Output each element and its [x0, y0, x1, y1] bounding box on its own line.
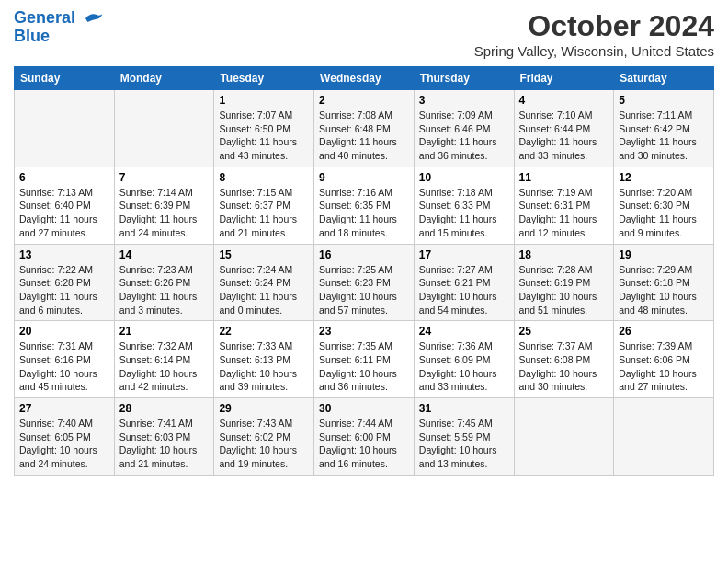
day-number: 27 [19, 402, 109, 415]
day-info: Sunrise: 7:37 AM Sunset: 6:08 PM Dayligh… [519, 339, 609, 394]
day-number: 19 [619, 248, 709, 261]
location: Spring Valley, Wisconsin, United States [474, 43, 714, 59]
day-info: Sunrise: 7:20 AM Sunset: 6:30 PM Dayligh… [619, 186, 709, 240]
calendar-day-cell: 6Sunrise: 7:13 AM Sunset: 6:40 PM Daylig… [15, 167, 115, 244]
day-number: 3 [419, 94, 509, 107]
calendar-day-cell: 13Sunrise: 7:22 AM Sunset: 6:28 PM Dayli… [15, 244, 115, 321]
calendar-day-cell: 5Sunrise: 7:11 AM Sunset: 6:42 PM Daylig… [614, 90, 714, 167]
day-number: 6 [19, 171, 109, 184]
day-info: Sunrise: 7:15 AM Sunset: 6:37 PM Dayligh… [219, 186, 309, 240]
day-number: 21 [119, 325, 210, 338]
day-number: 5 [619, 94, 709, 107]
calendar-day-cell: 3Sunrise: 7:09 AM Sunset: 6:46 PM Daylig… [414, 90, 514, 167]
day-number: 23 [319, 325, 409, 338]
calendar-day-cell: 15Sunrise: 7:24 AM Sunset: 6:24 PM Dayli… [214, 244, 314, 321]
day-number: 4 [519, 94, 609, 107]
calendar-day-cell: 29Sunrise: 7:43 AM Sunset: 6:02 PM Dayli… [214, 398, 314, 476]
day-number: 14 [119, 248, 210, 261]
day-info: Sunrise: 7:33 AM Sunset: 6:13 PM Dayligh… [219, 339, 309, 394]
calendar-day-cell: 24Sunrise: 7:36 AM Sunset: 6:09 PM Dayli… [414, 321, 514, 398]
logo-blue: Blue [14, 27, 50, 45]
weekday-header-cell: Friday [514, 67, 614, 90]
day-number: 28 [119, 402, 210, 415]
day-info: Sunrise: 7:35 AM Sunset: 6:11 PM Dayligh… [319, 339, 409, 394]
day-info: Sunrise: 7:43 AM Sunset: 6:02 PM Dayligh… [219, 417, 309, 471]
day-info: Sunrise: 7:09 AM Sunset: 6:46 PM Dayligh… [419, 109, 509, 163]
day-number: 16 [319, 248, 409, 261]
day-info: Sunrise: 7:40 AM Sunset: 6:05 PM Dayligh… [19, 417, 109, 471]
calendar-week-row: 20Sunrise: 7:31 AM Sunset: 6:16 PM Dayli… [15, 321, 714, 398]
day-info: Sunrise: 7:32 AM Sunset: 6:14 PM Dayligh… [119, 339, 210, 394]
calendar-week-row: 27Sunrise: 7:40 AM Sunset: 6:05 PM Dayli… [15, 398, 714, 476]
calendar-day-cell: 2Sunrise: 7:08 AM Sunset: 6:48 PM Daylig… [314, 90, 415, 167]
weekday-header-cell: Saturday [614, 67, 714, 90]
calendar-day-cell [15, 90, 115, 167]
title-block: October 2024 Spring Valley, Wisconsin, U… [474, 9, 714, 59]
calendar-day-cell: 22Sunrise: 7:33 AM Sunset: 6:13 PM Dayli… [214, 321, 314, 398]
day-info: Sunrise: 7:22 AM Sunset: 6:28 PM Dayligh… [19, 263, 109, 317]
calendar-day-cell: 26Sunrise: 7:39 AM Sunset: 6:06 PM Dayli… [614, 321, 714, 398]
day-info: Sunrise: 7:41 AM Sunset: 6:03 PM Dayligh… [119, 417, 210, 471]
day-info: Sunrise: 7:14 AM Sunset: 6:39 PM Dayligh… [119, 186, 210, 240]
calendar-day-cell: 25Sunrise: 7:37 AM Sunset: 6:08 PM Dayli… [514, 321, 614, 398]
calendar-day-cell: 28Sunrise: 7:41 AM Sunset: 6:03 PM Dayli… [114, 398, 214, 476]
calendar-day-cell [514, 398, 614, 476]
day-number: 2 [319, 94, 409, 107]
calendar-day-cell: 12Sunrise: 7:20 AM Sunset: 6:30 PM Dayli… [614, 167, 714, 244]
calendar-day-cell: 16Sunrise: 7:25 AM Sunset: 6:23 PM Dayli… [314, 244, 415, 321]
calendar-day-cell: 7Sunrise: 7:14 AM Sunset: 6:39 PM Daylig… [114, 167, 214, 244]
day-number: 9 [319, 171, 409, 184]
day-number: 26 [619, 325, 709, 338]
day-number: 1 [219, 94, 309, 107]
calendar-day-cell: 1Sunrise: 7:07 AM Sunset: 6:50 PM Daylig… [214, 90, 314, 167]
day-number: 11 [519, 171, 609, 184]
calendar-day-cell: 11Sunrise: 7:19 AM Sunset: 6:31 PM Dayli… [514, 167, 614, 244]
day-info: Sunrise: 7:29 AM Sunset: 6:18 PM Dayligh… [619, 263, 709, 317]
day-info: Sunrise: 7:23 AM Sunset: 6:26 PM Dayligh… [119, 263, 210, 317]
calendar-day-cell: 10Sunrise: 7:18 AM Sunset: 6:33 PM Dayli… [414, 167, 514, 244]
day-number: 15 [219, 248, 309, 261]
day-number: 10 [419, 171, 509, 184]
day-info: Sunrise: 7:31 AM Sunset: 6:16 PM Dayligh… [19, 339, 109, 394]
day-number: 12 [619, 171, 709, 184]
day-number: 24 [419, 325, 509, 338]
day-info: Sunrise: 7:11 AM Sunset: 6:42 PM Dayligh… [619, 109, 709, 163]
weekday-header-cell: Tuesday [214, 67, 314, 90]
day-number: 8 [219, 171, 309, 184]
calendar-day-cell: 17Sunrise: 7:27 AM Sunset: 6:21 PM Dayli… [414, 244, 514, 321]
calendar-day-cell [614, 398, 714, 476]
calendar-day-cell: 8Sunrise: 7:15 AM Sunset: 6:37 PM Daylig… [214, 167, 314, 244]
day-info: Sunrise: 7:28 AM Sunset: 6:19 PM Dayligh… [519, 263, 609, 317]
calendar-day-cell: 9Sunrise: 7:16 AM Sunset: 6:35 PM Daylig… [314, 167, 415, 244]
day-number: 31 [419, 402, 509, 415]
month-title: October 2024 [474, 9, 714, 43]
weekday-header-cell: Thursday [414, 67, 514, 90]
calendar-day-cell [114, 90, 214, 167]
day-info: Sunrise: 7:45 AM Sunset: 5:59 PM Dayligh… [419, 417, 509, 471]
weekday-header-row: SundayMondayTuesdayWednesdayThursdayFrid… [15, 67, 714, 90]
day-number: 25 [519, 325, 609, 338]
day-number: 30 [319, 402, 409, 415]
day-number: 22 [219, 325, 309, 338]
calendar-day-cell: 20Sunrise: 7:31 AM Sunset: 6:16 PM Dayli… [15, 321, 115, 398]
day-info: Sunrise: 7:44 AM Sunset: 6:00 PM Dayligh… [319, 417, 409, 471]
calendar-day-cell: 31Sunrise: 7:45 AM Sunset: 5:59 PM Dayli… [414, 398, 514, 476]
logo: General Blue [14, 9, 104, 46]
calendar-body: 1Sunrise: 7:07 AM Sunset: 6:50 PM Daylig… [15, 90, 714, 476]
day-info: Sunrise: 7:36 AM Sunset: 6:09 PM Dayligh… [419, 339, 509, 394]
day-number: 7 [119, 171, 210, 184]
weekday-header-cell: Monday [114, 67, 214, 90]
weekday-header-cell: Sunday [15, 67, 115, 90]
calendar-day-cell: 14Sunrise: 7:23 AM Sunset: 6:26 PM Dayli… [114, 244, 214, 321]
page-header: General Blue October 2024 Spring Valley,… [14, 9, 714, 59]
calendar-week-row: 6Sunrise: 7:13 AM Sunset: 6:40 PM Daylig… [15, 167, 714, 244]
day-number: 18 [519, 248, 609, 261]
day-number: 29 [219, 402, 309, 415]
day-info: Sunrise: 7:25 AM Sunset: 6:23 PM Dayligh… [319, 263, 409, 317]
day-info: Sunrise: 7:10 AM Sunset: 6:44 PM Dayligh… [519, 109, 609, 163]
calendar-day-cell: 21Sunrise: 7:32 AM Sunset: 6:14 PM Dayli… [114, 321, 214, 398]
calendar-day-cell: 4Sunrise: 7:10 AM Sunset: 6:44 PM Daylig… [514, 90, 614, 167]
day-info: Sunrise: 7:07 AM Sunset: 6:50 PM Dayligh… [219, 109, 309, 163]
logo-general: General [14, 8, 75, 27]
calendar-day-cell: 18Sunrise: 7:28 AM Sunset: 6:19 PM Dayli… [514, 244, 614, 321]
